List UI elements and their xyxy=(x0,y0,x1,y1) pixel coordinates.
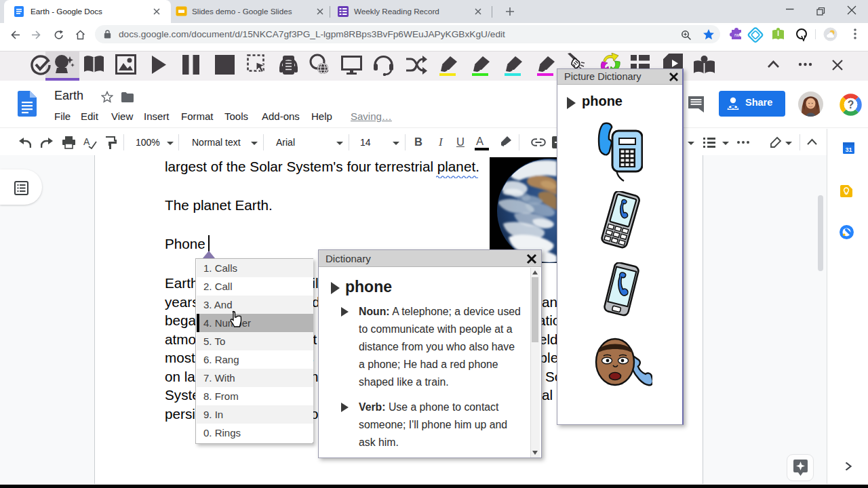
svg-text:rw: rw xyxy=(734,33,740,37)
svg-text:31: 31 xyxy=(845,146,852,153)
svg-text:?: ? xyxy=(848,99,854,110)
svg-text:A: A xyxy=(83,136,90,147)
